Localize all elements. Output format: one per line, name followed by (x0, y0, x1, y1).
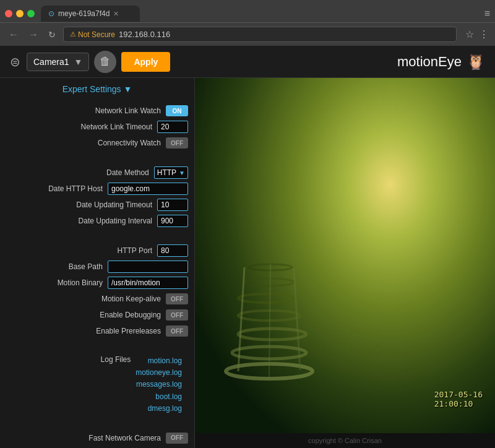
log-file-motioneye[interactable]: motioneye.log (136, 367, 182, 379)
date-updating-interval-row: Date Updating Interval (0, 213, 194, 229)
log-files-list: motion.log motioneye.log messages.log bo… (136, 355, 188, 415)
feed-area: 2017-05-16 21:00:10 copyright © Calin Cr… (195, 78, 495, 448)
base-path-row: Base Path (0, 259, 194, 275)
date-updating-timeout-row: Date Updating Timeout (0, 197, 194, 213)
date-http-host-input[interactable] (108, 183, 188, 195)
traffic-lights (5, 10, 35, 17)
date-updating-timeout-label: Date Updating Timeout (76, 200, 152, 209)
log-files-label: Log Files (101, 355, 131, 364)
back-button[interactable]: ← (6, 28, 21, 41)
refresh-button[interactable]: ↻ (46, 28, 58, 41)
log-files-section: Log Files motion.log motioneye.log messa… (0, 350, 194, 419)
delete-camera-button[interactable]: 🗑 (94, 51, 116, 73)
dropdown-arrow-icon: ▼ (74, 57, 83, 67)
enable-prereleases-row: Enable Prereleases OFF (0, 323, 194, 339)
log-files-row: Log Files motion.log motioneye.log messa… (0, 353, 194, 416)
lock-icon: ⚠ (70, 30, 76, 38)
app-container: ⊜ Camera1 ▼ 🗑 Apply motionEye 🦉 Expert S… (0, 46, 495, 448)
camera-name: Camera1 (33, 57, 69, 67)
forward-button[interactable]: → (26, 28, 41, 41)
network-link-timeout-input[interactable] (157, 121, 188, 133)
network-link-watch-toggle[interactable]: ON (166, 105, 188, 116)
camera-feed: 2017-05-16 21:00:10 (195, 78, 495, 433)
more-options-icon[interactable]: ⋮ (479, 28, 489, 40)
date-updating-timeout-input[interactable] (157, 199, 188, 211)
log-file-motion[interactable]: motion.log (148, 355, 182, 367)
enable-debugging-toggle[interactable]: OFF (166, 309, 188, 321)
active-tab[interactable]: ⊙ meye-619a7f4d ✕ (41, 6, 140, 22)
svg-point-5 (244, 278, 294, 286)
address-bar[interactable]: ⚠ Not Secure 192.168.0.116 (63, 27, 457, 42)
http-motion-settings-section: HTTP Port Base Path Motion Binary Motion… (0, 240, 194, 342)
motion-binary-input[interactable] (108, 277, 188, 289)
motion-keepalive-label: Motion Keep-alive (101, 295, 161, 303)
http-port-input[interactable] (157, 244, 188, 257)
app-body: Expert Settings ▼ Network Link Watch ON … (0, 78, 495, 448)
browser-nav: ← → ↻ ⚠ Not Secure 192.168.0.116 ☆ ⋮ (0, 22, 495, 46)
log-file-dmesg[interactable]: dmesg.log (148, 403, 182, 415)
network-link-watch-label: Network Link Watch (95, 106, 161, 115)
connectivity-watch-label: Connectivity Watch (98, 139, 161, 147)
date-updating-interval-input[interactable] (157, 215, 188, 227)
spiral-graphic (220, 210, 319, 384)
log-file-messages[interactable]: messages.log (136, 379, 182, 390)
sidebar: Expert Settings ▼ Network Link Watch ON … (0, 78, 195, 448)
copyright-text: copyright © Calin Crisan (195, 433, 495, 448)
base-path-label: Base Path (69, 262, 103, 271)
motion-keepalive-row: Motion Keep-alive OFF (0, 291, 194, 307)
enable-debugging-label: Enable Debugging (100, 311, 161, 319)
apply-button[interactable]: Apply (121, 52, 170, 72)
network-link-watch-row: Network Link Watch ON (0, 103, 194, 119)
svg-point-2 (238, 329, 306, 340)
enable-prereleases-toggle[interactable]: OFF (166, 325, 188, 337)
date-method-select[interactable]: HTTP ▼ (154, 166, 188, 179)
motion-keepalive-toggle[interactable]: OFF (166, 293, 188, 304)
svg-line-9 (269, 264, 270, 379)
url-text: 192.168.0.116 (119, 30, 170, 39)
feed-timestamp: 2017-05-16 21:00:10 (434, 390, 483, 408)
tab-title: meye-619a7f4d (58, 9, 110, 18)
date-settings-section: Date Method HTTP ▼ Date HTTP Host Date U… (0, 162, 194, 231)
network-link-timeout-label: Network Link Timeout (81, 123, 152, 131)
connectivity-watch-row: Connectivity Watch OFF (0, 135, 194, 151)
date-updating-interval-label: Date Updating Interval (79, 217, 152, 225)
fast-network-camera-row: Fast Network Camera OFF (0, 430, 194, 446)
http-port-label: HTTP Port (118, 246, 152, 255)
camera-selector-dropdown[interactable]: Camera1 ▼ (27, 53, 89, 71)
minimize-window-button[interactable] (16, 10, 24, 17)
network-settings-section: Network Link Watch ON Network Link Timeo… (0, 100, 194, 153)
close-window-button[interactable] (5, 10, 12, 17)
expert-settings-header[interactable]: Expert Settings ▼ (0, 78, 194, 100)
date-http-host-label: Date HTTP Host (48, 184, 103, 193)
bookmark-icon[interactable]: ☆ (465, 28, 474, 40)
not-secure-indicator: ⚠ Not Secure (70, 30, 115, 39)
hamburger-menu-icon[interactable]: ⊜ (10, 54, 20, 69)
svg-point-3 (238, 311, 300, 321)
enable-debugging-row: Enable Debugging OFF (0, 307, 194, 323)
log-file-boot[interactable]: boot.log (155, 391, 182, 403)
fast-network-camera-label: Fast Network Camera (88, 434, 161, 442)
http-port-row: HTTP Port (0, 243, 194, 259)
fast-network-camera-toggle[interactable]: OFF (166, 433, 188, 444)
connectivity-watch-toggle[interactable]: OFF (166, 137, 188, 149)
date-http-host-row: Date HTTP Host (0, 181, 194, 197)
tab-bar: ⊙ meye-619a7f4d ✕ ≡ (0, 0, 495, 22)
tab-close-button[interactable]: ✕ (113, 10, 119, 18)
tab-favicon: ⊙ (48, 9, 54, 18)
select-arrow-icon: ▼ (179, 170, 185, 176)
camera-gpu-settings-section: Fast Network Camera OFF Camera1 GPU Memo… (0, 428, 194, 448)
date-method-label: Date Method (106, 168, 149, 177)
maximize-window-button[interactable] (27, 10, 35, 17)
owl-icon: 🦉 (467, 53, 485, 71)
app-title: motionEye 🦉 (397, 53, 485, 71)
app-header: ⊜ Camera1 ▼ 🗑 Apply motionEye 🦉 (0, 46, 495, 78)
svg-point-4 (238, 294, 294, 303)
browser-menu-icon[interactable]: ≡ (484, 8, 490, 19)
motion-binary-row: Motion Binary (0, 275, 194, 291)
date-method-row: Date Method HTTP ▼ (0, 165, 194, 181)
enable-prereleases-label: Enable Prereleases (96, 327, 161, 335)
motion-binary-label: Motion Binary (58, 278, 103, 287)
browser-chrome: ⊙ meye-619a7f4d ✕ ≡ ← → ↻ ⚠ Not Secure 1… (0, 0, 495, 46)
base-path-input[interactable] (108, 261, 188, 273)
network-link-timeout-row: Network Link Timeout (0, 119, 194, 135)
